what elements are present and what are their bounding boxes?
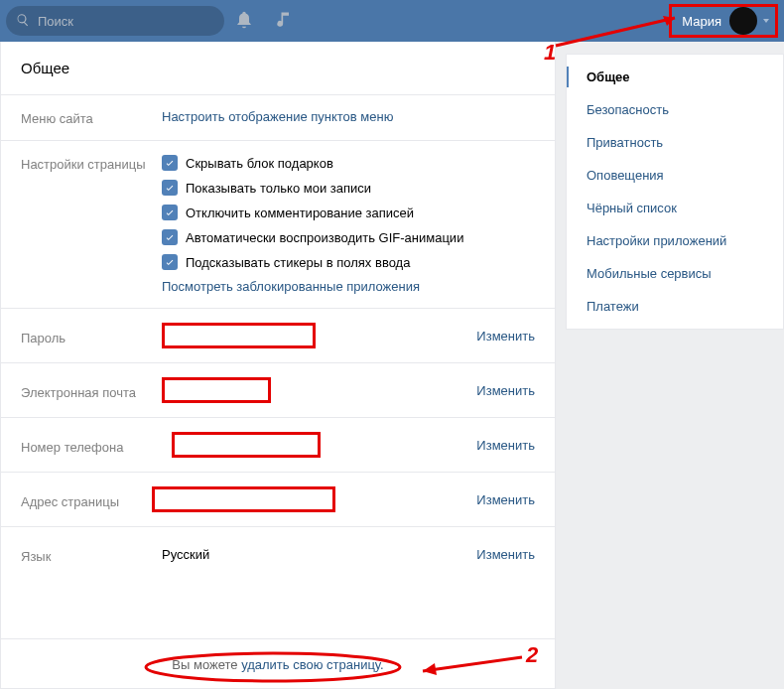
section-phone: Номер телефона Изменить xyxy=(1,417,555,472)
sidebar-item-general[interactable]: Общее xyxy=(567,61,783,93)
sidebar-item-notifications[interactable]: Оповещения xyxy=(567,159,783,192)
search-input[interactable] xyxy=(38,14,214,29)
option-label: Скрывать блок подарков xyxy=(186,156,333,171)
settings-sidebar: Общее Безопасность Приватность Оповещени… xyxy=(566,54,784,330)
section-label: Адрес страницы xyxy=(21,490,162,509)
change-phone-link[interactable]: Изменить xyxy=(471,438,535,453)
phone-value-redacted xyxy=(172,432,321,458)
option-row[interactable]: Показывать только мои записи xyxy=(162,180,535,196)
delete-page-link[interactable]: удалить свою страницу. xyxy=(241,657,384,672)
option-row[interactable]: Скрывать блок подарков xyxy=(162,155,535,171)
search-icon xyxy=(16,13,30,30)
option-label: Подсказывать стикеры в полях ввода xyxy=(186,255,410,270)
address-value-redacted xyxy=(152,486,335,512)
sidebar-item-blacklist[interactable]: Чёрный список xyxy=(567,192,783,224)
notifications-button[interactable] xyxy=(224,0,264,42)
checkbox-checked-icon[interactable] xyxy=(162,205,178,220)
sidebar-item-privacy[interactable]: Приватность xyxy=(567,126,783,159)
change-email-link[interactable]: Изменить xyxy=(471,383,535,398)
language-value: Русский xyxy=(162,547,209,562)
delete-page-footer: Вы можете удалить свою страницу. xyxy=(1,638,555,688)
section-page-address: Адрес страницы Изменить xyxy=(1,472,555,526)
section-page-settings: Настройки страницы Скрывать блок подарко… xyxy=(1,140,555,308)
change-language-link[interactable]: Изменить xyxy=(471,547,535,562)
music-button[interactable] xyxy=(264,0,304,42)
page-title: Общее xyxy=(1,42,555,94)
change-address-link[interactable]: Изменить xyxy=(471,492,535,507)
option-label: Автоматически воспроизводить GIF-анимаци… xyxy=(186,230,463,245)
checkbox-checked-icon[interactable] xyxy=(162,254,178,270)
checkbox-checked-icon[interactable] xyxy=(162,180,178,196)
section-label: Язык xyxy=(21,545,162,564)
section-label: Пароль xyxy=(21,327,162,345)
chevron-down-icon xyxy=(763,19,769,23)
change-password-link[interactable]: Изменить xyxy=(471,329,535,344)
delete-prefix: Вы можете xyxy=(172,657,241,672)
section-label: Номер телефона xyxy=(21,436,162,455)
option-row[interactable]: Автоматически воспроизводить GIF-анимаци… xyxy=(162,229,535,245)
music-icon xyxy=(274,10,294,33)
sidebar-item-security[interactable]: Безопасность xyxy=(567,93,783,126)
sidebar-item-mobile[interactable]: Мобильные сервисы xyxy=(567,257,783,290)
top-header: Мария xyxy=(0,0,784,42)
user-name: Мария xyxy=(682,14,721,29)
sidebar-item-payments[interactable]: Платежи xyxy=(567,290,783,323)
option-row[interactable]: Отключить комментирование записей xyxy=(162,205,535,220)
configure-menu-link[interactable]: Настроить отображение пунктов меню xyxy=(162,109,393,124)
section-language: Язык Русский Изменить xyxy=(1,526,555,581)
email-value-redacted xyxy=(162,377,271,403)
password-value-redacted xyxy=(162,323,316,348)
user-menu[interactable]: Мария xyxy=(669,4,778,38)
section-label: Настройки страницы xyxy=(21,155,162,172)
settings-main-panel: Общее Меню сайта Настроить отображение п… xyxy=(0,42,556,689)
checkbox-checked-icon[interactable] xyxy=(162,229,178,245)
checkbox-checked-icon[interactable] xyxy=(162,155,178,171)
option-label: Отключить комментирование записей xyxy=(186,206,414,220)
section-label: Электронная почта xyxy=(21,381,162,400)
section-site-menu: Меню сайта Настроить отображение пунктов… xyxy=(1,94,555,140)
section-email: Электронная почта Изменить xyxy=(1,362,555,417)
sidebar-item-app-settings[interactable]: Настройки приложений xyxy=(567,224,783,257)
avatar xyxy=(729,7,757,35)
search-box[interactable] xyxy=(6,6,224,36)
option-label: Показывать только мои записи xyxy=(186,181,371,196)
blocked-apps-link[interactable]: Посмотреть заблокированные приложения xyxy=(162,279,420,294)
option-row[interactable]: Подсказывать стикеры в полях ввода xyxy=(162,254,535,270)
section-password: Пароль Изменить xyxy=(1,308,555,362)
bell-icon xyxy=(234,10,254,33)
section-label: Меню сайта xyxy=(21,109,162,126)
